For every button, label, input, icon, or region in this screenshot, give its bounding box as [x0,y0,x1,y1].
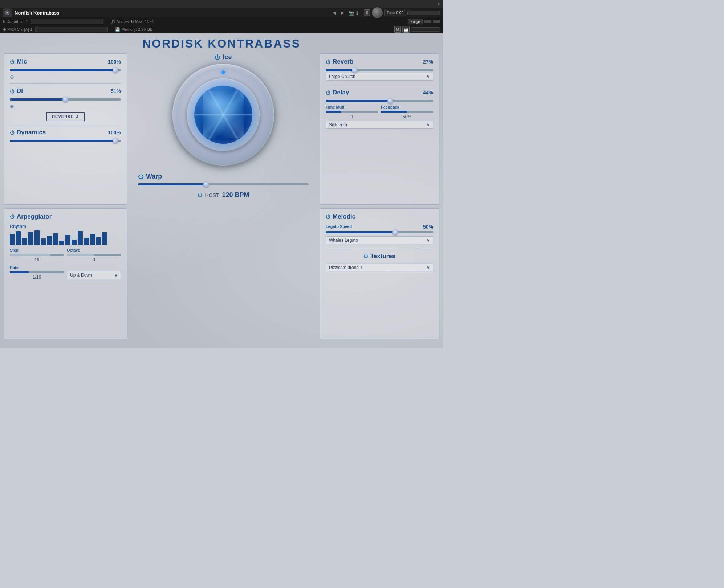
mic-slider-thumb[interactable] [113,67,118,73]
reverb-slider-thumb[interactable] [352,67,358,73]
melodic-preset-dropdown[interactable]: Whales Legato ∨ [326,236,433,244]
sub-header-output: € Output: st. 1 🎵 Voices: 0 Max: 1024 Pu… [0,17,443,25]
time-mult-slider[interactable] [326,111,378,113]
reverb-preset-label: Large Church [329,74,355,79]
rhythm-bar[interactable] [34,230,40,245]
purge-button[interactable]: Purge [408,19,423,24]
rate-fill [10,271,29,273]
m-button[interactable]: M [394,26,401,33]
melodic-power-button[interactable]: ⏻ [326,214,330,219]
host-power-button[interactable]: ⏻ [198,192,202,198]
rhythm-bar[interactable] [90,234,95,245]
nav-next-button[interactable]: ▶ [340,10,345,15]
warp-label: Warp [146,173,162,180]
rate-slider[interactable] [10,271,64,273]
center-panel: ⏻ Ice [131,53,316,339]
mic-slider-container [10,69,121,71]
rhythm-bar[interactable] [65,235,70,245]
warp-section: ⏻ Warp [131,173,316,187]
reverb-title: Reverb [333,58,354,65]
tune-slider[interactable] [407,11,440,15]
memory-label: 💾 Memory: 2.96 GB [115,27,152,32]
info-icon[interactable]: ℹ [356,10,358,16]
camera-icon[interactable]: 📷 [348,10,354,16]
rhythm-bar[interactable] [16,231,21,245]
mic-slider-fill [10,69,115,71]
rhythm-bar[interactable] [72,240,77,245]
midi-icon[interactable]: 🎹 [402,26,410,33]
tune-knob[interactable] [372,7,383,18]
melodic-preset-label: Whales Legato [329,238,358,243]
rhythm-bar[interactable] [96,237,101,245]
dynamics-slider-track[interactable] [10,140,121,142]
output-dropdown[interactable] [31,19,103,24]
rhythm-bar[interactable] [102,232,107,245]
s-button[interactable]: S [364,9,370,16]
time-mult-value: 3 [326,114,378,119]
rhythm-bar[interactable] [78,231,83,245]
octave-label: Octave [67,248,121,252]
rhythm-bar[interactable] [41,238,46,245]
rhythm-bar[interactable] [28,232,33,245]
textures-preset-dropdown[interactable]: Pizzicato drone 1 ∨ [326,264,433,271]
ice-knob-ring [176,68,271,162]
di-sync-icon[interactable]: ⊕ [10,103,121,109]
delay-preset-dropdown[interactable]: Sixteenth ∨ [326,121,433,129]
reverb-value: 27% [423,59,433,65]
midi-dropdown[interactable] [35,27,108,32]
warp-slider-thumb[interactable] [203,181,209,187]
rhythm-bar[interactable] [59,241,64,245]
left-bottom-panel: ⏻ Arpeggiator Rhythm Step 16 Octave [4,208,127,340]
rate-param: Rate 1/16 [10,265,64,280]
reverse-button[interactable]: REVERSE ↺ [46,112,85,121]
close-button[interactable]: × [436,1,442,7]
mic-power-button[interactable]: ⏻ [10,59,15,65]
output-label: € Output: st. 1 [3,19,28,24]
delay-slider-thumb[interactable] [387,98,393,104]
dynamics-slider-thumb[interactable] [113,138,118,144]
di-slider-track[interactable] [10,98,121,101]
step-slider[interactable] [10,254,64,256]
legato-slider-thumb[interactable] [392,229,398,235]
voices-label: 🎵 Voices: [111,19,130,24]
delay-power-button[interactable]: ⏻ [326,90,330,95]
rhythm-bar[interactable] [84,238,89,245]
app-logo [3,8,12,17]
divider-melodic-textures [326,249,433,249]
nav-prev-button[interactable]: ◀ [332,10,337,15]
warp-power-button[interactable]: ⏻ [138,173,144,180]
reverb-power-button[interactable]: ⏻ [326,59,330,65]
mic-sync-icon[interactable]: ⊕ [10,74,121,80]
panels-layout: ⏻ Mic 100% ⊕ ⏻ DI 51% [4,53,439,339]
m-button-area: M 🎹 [394,26,440,33]
rhythm-bar[interactable] [53,233,58,245]
ice-crystal [194,86,252,144]
purge-area: Purge [408,19,440,24]
direction-dropdown[interactable]: Up & Down ∨ [67,271,121,279]
delay-slider-track[interactable] [326,100,433,102]
reverb-slider-track[interactable] [326,69,433,71]
reverb-section: ⏻ Reverb 27% Large Church ∨ [326,58,433,81]
legato-slider-track[interactable] [326,231,433,233]
time-mult-fill [326,111,341,113]
midi-slider[interactable] [411,27,440,32]
mic-slider-track[interactable] [10,69,121,71]
legato-speed-label: Legato Speed [326,224,352,229]
rhythm-bar[interactable] [22,238,27,245]
octave-slider[interactable] [67,254,121,256]
di-power-button[interactable]: ⏻ [10,89,15,94]
reverb-preset-dropdown[interactable]: Large Church ∨ [326,73,433,81]
time-mult-label: Time Mult [326,105,378,109]
textures-power-button[interactable]: ⏻ [363,253,368,259]
warp-slider-track[interactable] [138,183,309,185]
ice-knob-outer[interactable] [172,64,274,166]
rhythm-bar[interactable] [47,236,52,245]
feedback-slider[interactable] [381,111,433,113]
dynamics-power-button[interactable]: ⏻ [10,130,15,135]
di-slider-thumb[interactable] [62,97,68,102]
ice-power-button[interactable]: ⏻ [215,54,220,61]
step-param: Step 16 [10,248,64,262]
rhythm-bar[interactable] [10,234,15,245]
arp-power-button[interactable]: ⏻ [10,214,15,219]
mic-section-header: ⏻ Mic 100% [10,58,121,65]
